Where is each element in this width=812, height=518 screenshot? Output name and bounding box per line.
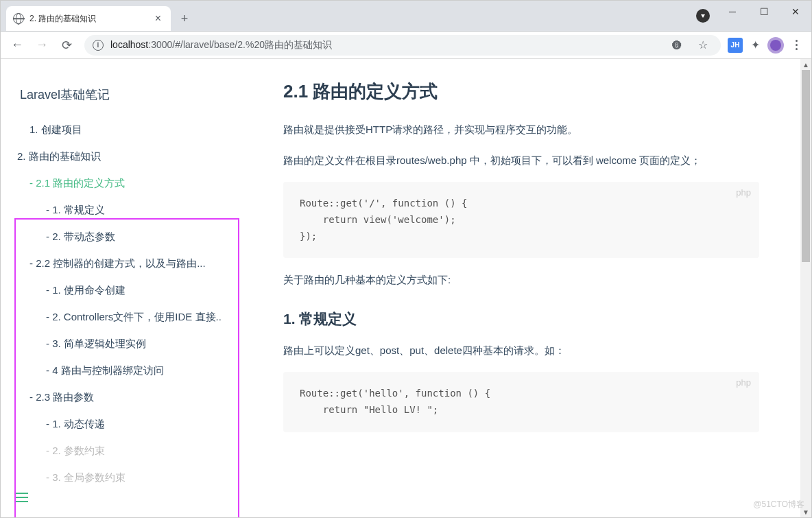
scroll-up-icon[interactable]: ▲ [800,59,811,70]
scroll-thumb[interactable] [802,70,810,262]
site-title[interactable]: Laravel基础笔记 [14,86,242,103]
reload-button[interactable]: ⟳ [56,34,77,56]
sidebar-item-active[interactable]: - 2.1 路由的定义方式 [14,170,242,197]
browser-window: 2. 路由的基础知识 × + ─ ☐ ✕ ← → ⟳ i localhost:3… [0,0,812,518]
sidebar-item[interactable]: - 1. 常规定义 [14,197,242,224]
close-window-button[interactable]: ✕ [780,1,811,23]
code-content[interactable]: Route::get('/', function () { return vie… [300,196,743,244]
code-lang-label: php [736,377,751,388]
dots-vertical-icon [796,40,798,50]
paragraph: 关于路由的几种基本的定义方式如下: [283,270,759,289]
sidebar-item[interactable]: 2. 路由的基础知识 [14,143,242,170]
sidebar-item[interactable]: - 2. Controllers文件下，使用IDE 直接.. [14,304,242,331]
globe-icon [13,13,24,24]
back-button[interactable]: ← [6,34,28,56]
browser-tab[interactable]: 2. 路由的基础知识 × [6,6,171,31]
menu-button[interactable] [787,36,806,55]
address-bar[interactable]: i localhost:3000/#/laravel/base/2.%20路由的… [84,35,721,56]
new-tab-button[interactable]: + [175,9,194,28]
sidebar-item[interactable]: 1. 创建项目 [14,117,242,143]
hamburger-icon[interactable] [16,493,28,502]
heading-2: 2.1 路由的定义方式 [283,80,759,104]
bookmark-star-icon[interactable]: ☆ [693,36,713,55]
paragraph: 路由的定义文件在根目录routes/web.php 中，初始项目下，可以看到 w… [283,151,759,169]
sidebar: Laravel基础笔记 1. 创建项目 2. 路由的基础知识 - 2.1 路由的… [1,59,242,517]
main-content: 2.1 路由的定义方式 路由就是提供接受HTTP请求的路径，并实现与程序交互的功… [242,59,800,517]
extensions-icon[interactable]: ✦ [745,36,765,55]
maximize-button[interactable]: ☐ [748,1,780,23]
window-controls: ─ ☐ ✕ [696,1,811,31]
sidebar-item[interactable]: - 2. 参数约束 [14,438,242,464]
account-indicator-icon[interactable] [696,9,710,23]
close-tab-icon[interactable]: × [152,12,164,25]
paragraph: 路由上可以定义get、post、put、delete四种基本的请求。如： [283,341,759,360]
code-block: php Route::get('hello', function () { re… [283,372,759,432]
browser-toolbar: ← → ⟳ i localhost:3000/#/laravel/base/2.… [1,32,811,59]
page-content: Laravel基础笔记 1. 创建项目 2. 路由的基础知识 - 2.1 路由的… [1,59,811,517]
forward-button[interactable]: → [31,34,53,56]
sidebar-item[interactable]: - 3. 简单逻辑处理实例 [14,331,242,357]
watermark: @51CTO博客 [753,499,804,510]
translate-icon[interactable]: 🅖 [667,36,686,55]
titlebar: 2. 路由的基础知识 × + ─ ☐ ✕ [1,1,811,32]
site-info-icon[interactable]: i [93,40,104,51]
paragraph: 路由就是提供接受HTTP请求的路径，并实现与程序交互的功能。 [283,120,759,139]
tab-title: 2. 路由的基础知识 [29,13,147,25]
code-lang-label: php [736,187,751,198]
sidebar-item[interactable]: - 3. 全局参数约束 [14,464,242,491]
profile-avatar[interactable] [767,37,784,54]
code-block: php Route::get('/', function () { return… [283,182,759,258]
minimize-button[interactable]: ─ [717,1,748,23]
url-text: localhost:3000/#/laravel/base/2.%20路由的基础… [110,39,660,51]
extension-badge[interactable]: JH [728,38,743,53]
sidebar-item[interactable]: - 2.3 路由参数 [14,384,242,411]
code-content[interactable]: Route::get('hello', function () { return… [300,386,743,419]
sidebar-item[interactable]: - 4 路由与控制器绑定访问 [14,357,242,384]
sidebar-item[interactable]: - 2. 带动态参数 [14,224,242,250]
scrollbar[interactable]: ▲ ▼ [800,59,811,517]
sidebar-item[interactable]: - 2.2 控制器的创建方式，以及与路由... [14,250,242,277]
nav-list: 1. 创建项目 2. 路由的基础知识 - 2.1 路由的定义方式 - 1. 常规… [14,117,242,491]
sidebar-item[interactable]: - 1. 动态传递 [14,411,242,438]
sidebar-item[interactable]: - 1. 使用命令创建 [14,277,242,304]
heading-3: 1. 常规定义 [283,309,759,329]
